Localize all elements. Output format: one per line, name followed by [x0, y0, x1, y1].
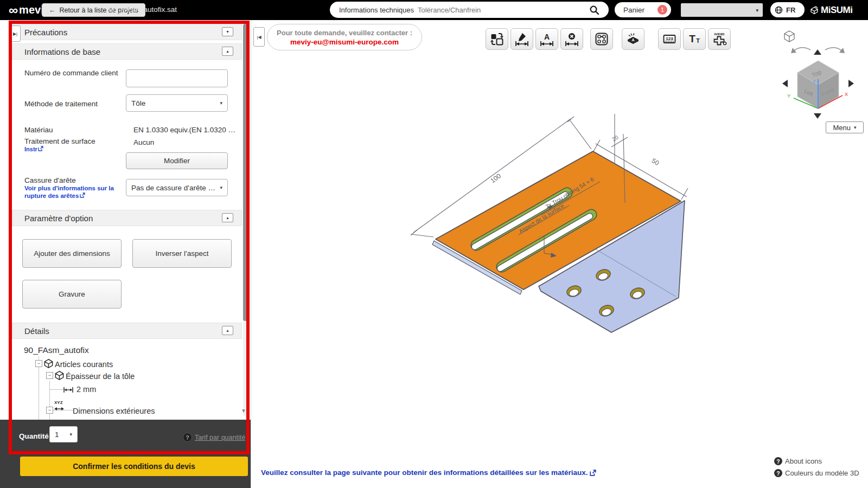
method-select[interactable]: Tôle ▾: [126, 94, 228, 112]
rotate-down-arrow[interactable]: [814, 113, 821, 119]
quantity-select[interactable]: 1 ▾: [49, 426, 78, 442]
search-bar: Informations techniques ▾: [330, 2, 609, 18]
reorient-part-button[interactable]: [486, 28, 508, 50]
instructions-link[interactable]: Instr: [24, 146, 43, 152]
part-cube-icon: [54, 370, 65, 381]
rotate-up-arrow[interactable]: [814, 49, 821, 55]
section-details[interactable]: Détails: [12, 323, 242, 339]
details-collapse-button[interactable]: ▴: [222, 326, 233, 335]
edit-dimension-icon: [515, 32, 529, 46]
part-cube-icon: [43, 358, 54, 369]
tree-expander[interactable]: −: [46, 407, 53, 414]
order-number-input[interactable]: [126, 69, 228, 87]
six-views-icon: 6VIEWS: [712, 32, 727, 46]
edge-break-select[interactable]: Pas de cassure d'arête … ▾: [126, 179, 228, 196]
engraving-label: Gravure: [59, 290, 85, 298]
3d-viewport[interactable]: 100 50 20 2x Trou oblong 54 × 6 Aspect d…: [251, 20, 868, 488]
search-input[interactable]: [417, 3, 574, 16]
tree-item-articles-courants[interactable]: Articles courants: [55, 360, 113, 369]
six-views-glyph: 6VIEWS: [714, 33, 725, 36]
model-colors-link[interactable]: ? Couleurs du modèle 3D: [774, 469, 859, 477]
open-filename: 90_FAsm_autofix.sat: [108, 5, 177, 14]
engraving-button[interactable]: Gravure: [22, 280, 122, 309]
section-base-info[interactable]: Informations de base: [12, 43, 242, 60]
rotate-left-arrow[interactable]: [782, 80, 788, 87]
tree-item-dimensions-exterieures[interactable]: Dimensions extérieures: [73, 407, 155, 415]
scroll-down-icon[interactable]: ▼: [241, 408, 246, 414]
materials-info-link[interactable]: Veuillez consulter la page suivante pour…: [261, 468, 596, 477]
delete-dimension-button[interactable]: [560, 28, 583, 50]
add-dimensions-button[interactable]: Ajouter des dimensions: [22, 239, 122, 268]
language-code: FR: [786, 6, 795, 14]
tree-item-thickness-value[interactable]: 2 mm: [76, 385, 96, 394]
edge-break-link[interactable]: Voir plus d'informations sur la rupture …: [24, 184, 120, 200]
text-tool-button[interactable]: T T: [683, 28, 706, 50]
rotate-ccw-icon[interactable]: [794, 48, 810, 50]
chevron-down-icon: ▾: [854, 125, 857, 130]
language-button[interactable]: FR: [770, 2, 805, 17]
cart-button[interactable]: Panier 1: [615, 2, 671, 17]
method-label: Méthode de traitement: [24, 99, 98, 109]
measure-button[interactable]: 123: [658, 28, 681, 50]
edit-dimension-button[interactable]: [510, 28, 533, 50]
pricing-link-label: Tarif par quantité: [195, 434, 245, 441]
panel-separator: [251, 20, 251, 488]
confirm-quote-button[interactable]: Confirmer les conditions du devis: [20, 457, 248, 476]
materials-link-label: Veuillez consulter la page suivante pour…: [261, 468, 588, 477]
top-bar: ∞ meviy ← Retour à la liste de projets 9…: [0, 0, 868, 20]
dimension-label-button[interactable]: A: [535, 28, 558, 50]
quantity-pricing-link[interactable]: ? Tarif par quantité: [183, 433, 245, 442]
cube-home-icon[interactable]: [784, 31, 794, 42]
account-select[interactable]: ▾: [681, 3, 763, 17]
rotate-right-arrow[interactable]: [848, 80, 854, 87]
quantity-value: 1: [55, 431, 59, 439]
axis-y-label: Y: [787, 93, 790, 99]
sidebar-scrollbar-thumb[interactable]: [243, 24, 247, 321]
contact-email[interactable]: meviy-eu@misumi-europe.com: [290, 38, 399, 46]
cart-label: Panier: [623, 6, 644, 14]
letter-t-big-glyph: T: [689, 33, 695, 44]
stamp-letter-glyph: A: [631, 38, 634, 42]
tree-expander[interactable]: −: [46, 372, 53, 379]
expand-handle-icon: ▶|: [13, 31, 17, 36]
precautions-expand-button[interactable]: ▾: [222, 27, 233, 36]
minus-icon: −: [48, 408, 51, 413]
collapse-handle-icon: |◀: [257, 35, 261, 40]
measure-123-icon: 123: [662, 32, 676, 46]
chevron-up-icon: ▴: [226, 49, 228, 54]
panel-collapse-handle[interactable]: |◀: [253, 27, 265, 47]
invert-aspect-button[interactable]: Inverser l'aspect: [132, 239, 232, 268]
numbers-glyph: 123: [666, 36, 673, 41]
section-details-title: Détails: [24, 326, 49, 336]
rotate-cw-icon[interactable]: [825, 48, 841, 50]
hole-group-button[interactable]: [590, 28, 613, 50]
tree-expander[interactable]: −: [35, 360, 42, 367]
menu-button-label: Menu: [833, 124, 851, 132]
tree-item-epaisseur[interactable]: Épaisseur de la tôle: [66, 372, 135, 381]
six-views-button[interactable]: 6VIEWS: [708, 28, 731, 50]
chevron-down-icon: ▾: [756, 8, 758, 13]
misumi-box-icon: [810, 6, 819, 15]
options-collapse-button[interactable]: ▴: [222, 213, 233, 222]
tree-guide-line: [49, 381, 50, 420]
search-category-select[interactable]: Informations techniques ▾: [330, 6, 427, 14]
material-label: Matériau: [24, 125, 53, 135]
instructions-link-label: Instr: [24, 146, 37, 152]
about-icons-link[interactable]: ? About icons: [774, 457, 822, 465]
search-icon[interactable]: [589, 5, 599, 15]
misumi-logo-text: MiSUMi: [821, 5, 852, 16]
external-link-icon: [590, 470, 596, 476]
section-base-info-title: Informations de base: [24, 47, 100, 56]
section-precautions[interactable]: Précautions: [12, 24, 242, 40]
marking-stamp-icon: A: [626, 32, 640, 46]
modify-button[interactable]: Modifier: [126, 152, 228, 169]
marking-stamp-button[interactable]: A: [622, 28, 644, 50]
chevron-up-icon: ▴: [226, 328, 228, 333]
viewport-menu-button[interactable]: Menu ▾: [826, 121, 864, 133]
panel-expand-handle[interactable]: ▶|: [10, 25, 21, 42]
section-options[interactable]: Paramètre d'option: [12, 210, 242, 226]
misumi-logo: MiSUMi: [810, 0, 852, 20]
chevron-down-icon: ▾: [69, 432, 72, 437]
base-info-collapse-button[interactable]: ▴: [222, 47, 233, 56]
view-cube[interactable]: Top Left Front Y X z: [782, 31, 854, 119]
